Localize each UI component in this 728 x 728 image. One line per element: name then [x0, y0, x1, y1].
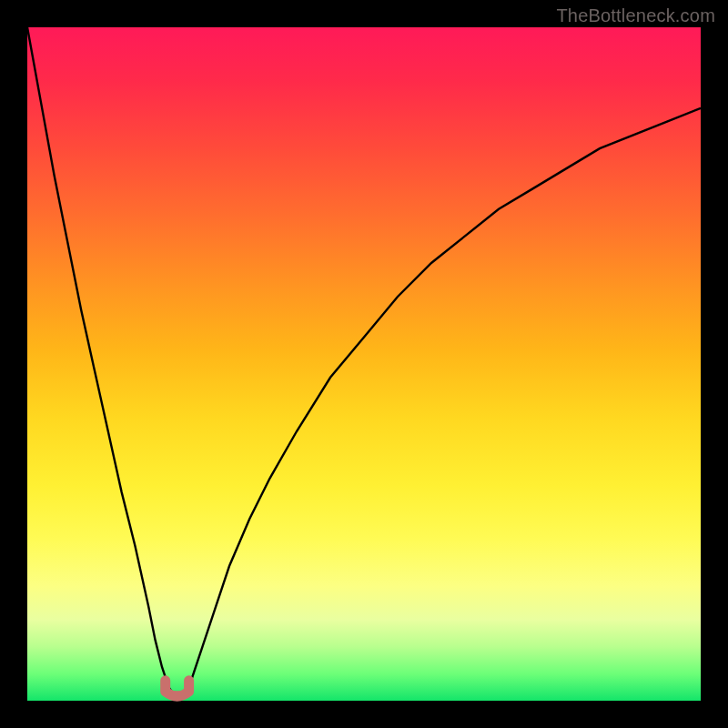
watermark-text: TheBottleneck.com [556, 5, 715, 26]
plot-area [27, 27, 701, 701]
bottleneck-curve [27, 27, 701, 697]
curve-svg [27, 27, 701, 701]
trough-marker [166, 681, 189, 696]
chart-frame: TheBottleneck.com [0, 0, 728, 728]
